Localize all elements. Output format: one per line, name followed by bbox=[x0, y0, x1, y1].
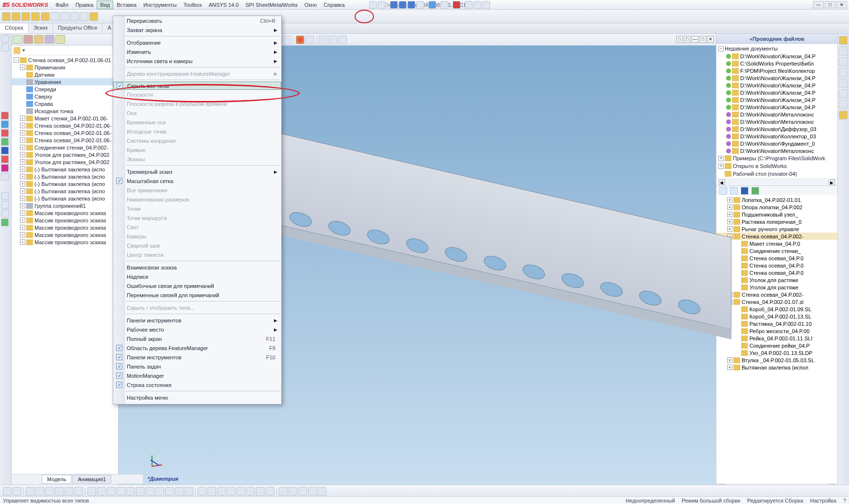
tree-item[interactable]: +Массив производного эскиза bbox=[12, 238, 118, 246]
vp-restore-icon[interactable]: — bbox=[692, 36, 698, 43]
tree-item[interactable]: +Примечания bbox=[12, 64, 118, 71]
tp-icon[interactable] bbox=[839, 68, 848, 77]
open-icon[interactable] bbox=[378, 1, 386, 9]
tree-tab-icon[interactable] bbox=[55, 35, 65, 44]
menu-item[interactable]: Источники света и камеры▶ bbox=[113, 56, 281, 66]
tree-item[interactable]: +Массив производного эскиза bbox=[12, 217, 118, 224]
lt-icon[interactable] bbox=[1, 129, 9, 137]
bt-icon[interactable] bbox=[117, 487, 125, 496]
saveall-icon[interactable] bbox=[399, 1, 407, 9]
tree-item[interactable]: +(-) Вытяжная заклепка (испо bbox=[12, 166, 118, 173]
ft-icon[interactable] bbox=[31, 12, 40, 21]
lt-icon[interactable] bbox=[1, 120, 9, 128]
bt-icon[interactable] bbox=[207, 487, 216, 496]
bt-icon[interactable] bbox=[97, 487, 106, 496]
tree-tab-icon[interactable] bbox=[45, 35, 54, 44]
lt-icon[interactable] bbox=[1, 201, 9, 209]
recent-file[interactable]: D:\Work\Novator\Жалюзи_04.P bbox=[716, 74, 837, 82]
bt-icon[interactable] bbox=[185, 487, 193, 496]
bt-icon[interactable] bbox=[175, 487, 184, 496]
tab-assembly[interactable]: Сборка bbox=[0, 23, 29, 34]
menu-item[interactable]: Рабочее место▶ bbox=[113, 325, 281, 334]
bt-icon[interactable] bbox=[198, 487, 206, 496]
tree2-item[interactable]: Макет стенки_04.P.0 bbox=[716, 240, 837, 247]
ft-icon[interactable] bbox=[2, 12, 11, 21]
vt-icon[interactable] bbox=[296, 35, 305, 44]
vp-min-icon[interactable]: □ bbox=[676, 36, 683, 43]
tree2-item[interactable]: +Опора лопатки_04.P.002 bbox=[716, 203, 837, 211]
menu-ansys[interactable]: ANSYS 14.0 bbox=[205, 0, 242, 9]
menu-item[interactable]: ✓Область дерева FeatureManagerF9 bbox=[113, 343, 281, 353]
tree2-item[interactable]: +Втулка _04.P.002-01.05.03.SL bbox=[716, 356, 837, 364]
status-help-icon[interactable]: ? bbox=[843, 498, 846, 504]
save-icon[interactable] bbox=[390, 1, 398, 9]
menu-item[interactable]: ✓Скрыть все типы bbox=[113, 82, 281, 90]
explorer-node[interactable]: +Примеры (C:\Program Files\SolidWork bbox=[716, 154, 837, 162]
tree-item[interactable]: +Стенка осевая_04.P.002-01.06- bbox=[12, 129, 118, 136]
tree-item[interactable]: +Соединение стенки_04.P.002- bbox=[12, 144, 118, 151]
bt-icon[interactable] bbox=[237, 487, 245, 496]
explorer-node[interactable]: Рабочий стол (novator-04) bbox=[716, 170, 837, 178]
tree2-item[interactable]: Ребро жескости_04.P.00 bbox=[716, 327, 837, 335]
undo-icon[interactable] bbox=[428, 1, 436, 9]
vp-max-icon[interactable]: □ bbox=[684, 36, 691, 43]
recent-file[interactable]: D:\Work\Novator\Металлоконс bbox=[716, 118, 837, 125]
lt-icon[interactable] bbox=[1, 112, 9, 119]
ft-icon[interactable] bbox=[51, 12, 59, 21]
bt-icon[interactable] bbox=[279, 487, 288, 496]
tree-tab-icon[interactable] bbox=[23, 35, 33, 44]
menu-item[interactable]: Трехмерный эскиз▶ bbox=[113, 167, 281, 176]
minimize-button[interactable]: — bbox=[813, 1, 824, 8]
panel-scrollbar[interactable]: ◄► bbox=[716, 179, 837, 185]
menu-item[interactable]: Полный экранF11 bbox=[113, 334, 281, 343]
bt-icon[interactable] bbox=[217, 487, 226, 496]
tree-item[interactable]: +Массив производного эскиза bbox=[12, 231, 118, 238]
bt-icon[interactable] bbox=[256, 487, 265, 496]
tab-office[interactable]: Продукты Office bbox=[53, 23, 102, 34]
recent-file[interactable]: D:\Work\Novator\Коллектор_03 bbox=[716, 133, 837, 140]
tp-icon[interactable] bbox=[839, 100, 848, 109]
filter-icon[interactable] bbox=[14, 47, 20, 54]
menu-item[interactable]: Надписи bbox=[113, 272, 281, 281]
tree2-item[interactable]: Стенка осевая_04.P.0 bbox=[716, 262, 837, 269]
tree-item[interactable]: +Уголок для растяжек_04.P.002 bbox=[12, 151, 118, 158]
tool2-icon[interactable] bbox=[474, 1, 481, 9]
rebuild-icon[interactable] bbox=[453, 1, 460, 9]
menu-item[interactable]: Переменные связей для примечаний bbox=[113, 290, 281, 300]
tree-item[interactable]: +Уголок для растяжек_04.P.002 bbox=[12, 158, 118, 166]
bt-icon[interactable] bbox=[26, 487, 34, 496]
bt-icon[interactable] bbox=[136, 487, 145, 496]
recent-file[interactable]: D:\Work\Novator\Жалюзи_04.P bbox=[716, 82, 837, 89]
tree-tab-icon[interactable] bbox=[13, 35, 22, 44]
menu-help[interactable]: Справка bbox=[320, 0, 348, 9]
tree-item[interactable]: Уравнения bbox=[12, 78, 118, 85]
menu-item[interactable]: ✓MotionManager bbox=[113, 371, 281, 380]
ft-icon[interactable] bbox=[41, 12, 50, 21]
bt-icon[interactable] bbox=[74, 487, 83, 496]
bt-icon[interactable] bbox=[298, 487, 307, 496]
tp-icon[interactable] bbox=[839, 36, 848, 45]
lt-icon[interactable] bbox=[1, 173, 9, 181]
tree-tab-icon[interactable] bbox=[34, 35, 44, 44]
tree2-item[interactable]: Стенка осевая_04.P.0 bbox=[716, 269, 837, 276]
menu-item[interactable]: Настройка меню bbox=[113, 393, 281, 402]
lt-icon[interactable] bbox=[1, 155, 9, 163]
bt-icon[interactable] bbox=[45, 487, 54, 496]
bt-icon[interactable] bbox=[318, 487, 326, 496]
lt-icon[interactable] bbox=[1, 218, 9, 226]
tree2-item[interactable]: Соединение рейки_04.P bbox=[716, 342, 837, 349]
tp-icon[interactable] bbox=[839, 111, 848, 119]
explorer-node[interactable]: +Открыто в SolidWorks bbox=[716, 162, 837, 170]
recent-file[interactable]: D:\Work\Novator\Металлоконс bbox=[716, 147, 837, 154]
tree-item[interactable]: +(-) Вытяжная заклепка (испо bbox=[12, 195, 118, 202]
menu-item[interactable]: Изменить▶ bbox=[113, 47, 281, 56]
tree2-item[interactable]: +Подшипниковый узел_ bbox=[716, 211, 837, 218]
menu-item[interactable]: Захват экрана▶ bbox=[113, 25, 281, 34]
tab-sketch[interactable]: Эскиз bbox=[29, 23, 53, 34]
bt-icon[interactable] bbox=[308, 487, 317, 496]
recent-docs-header[interactable]: −Недавние документы bbox=[716, 45, 837, 52]
vp-close-icon[interactable]: ✕ bbox=[707, 36, 714, 43]
vt-icon[interactable] bbox=[338, 35, 347, 44]
bt-icon[interactable] bbox=[126, 487, 135, 496]
tree-item[interactable]: +Стенка осевая_04.P.002-01.06- bbox=[12, 122, 118, 129]
